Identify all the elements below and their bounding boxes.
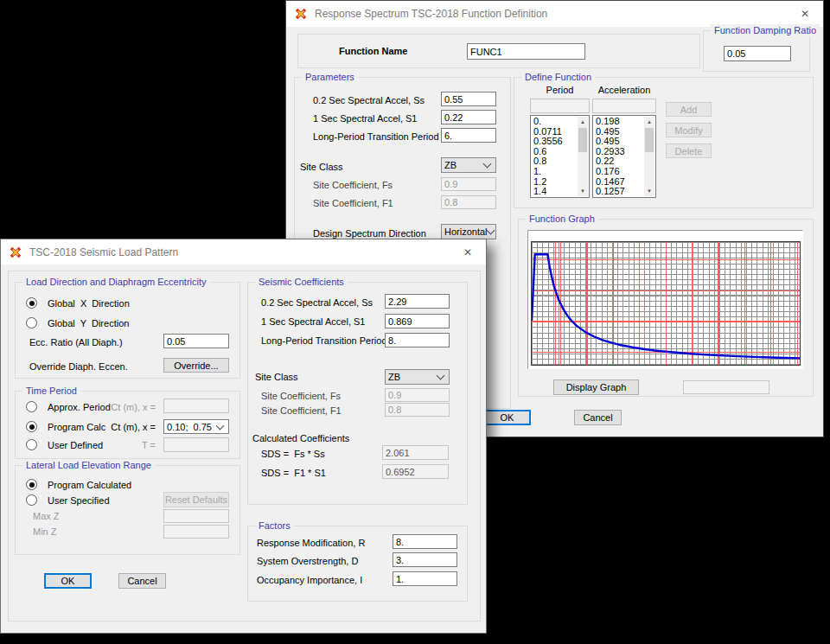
lateral-range-group-label: Lateral Load Elevation Range xyxy=(22,459,155,471)
fs-label: Site Coefficient, Fs xyxy=(261,391,341,402)
acceleration-edit xyxy=(592,99,656,113)
t-input xyxy=(163,437,229,452)
add-button: Add xyxy=(666,102,712,117)
min-z-label: Min Z xyxy=(33,526,57,538)
app-icon xyxy=(9,245,22,259)
response-modification-input[interactable] xyxy=(393,534,457,549)
define-function-group: Define Function Period Acceleration 0.0.… xyxy=(514,77,814,208)
system-overstrength-input[interactable] xyxy=(393,552,457,567)
list-item[interactable]: 0.1257 xyxy=(593,187,644,197)
tl-input[interactable] xyxy=(385,333,450,348)
factors-group: Factors Response Modification, R System … xyxy=(247,526,468,602)
ecc-ratio-input[interactable] xyxy=(163,334,229,348)
tl-input[interactable] xyxy=(441,128,496,143)
close-icon[interactable]: ✕ xyxy=(450,239,486,265)
period-list-items[interactable]: 0.0.07110.35560.60.81.1.21.4 xyxy=(531,117,578,197)
time-period-group: Time Period Approx. Period Ct (m), x = P… xyxy=(15,391,240,459)
seismic-coefficients-group-label: Seismic Coefficients xyxy=(255,276,348,288)
ss-input[interactable] xyxy=(385,294,450,309)
damping-group: Function Damping Ratio xyxy=(703,30,810,72)
fs-input xyxy=(441,177,496,191)
ok-button[interactable]: OK xyxy=(483,410,531,425)
global-y-radio[interactable] xyxy=(26,317,37,328)
ss-label: 0.2 Sec Spectral Accel, Ss xyxy=(313,95,425,106)
period-scrollbar[interactable] xyxy=(578,117,588,196)
damping-input[interactable] xyxy=(724,46,791,61)
seismic-load-pattern-dialog: TSC-2018 Seismic Load Pattern ✕ Load Dir… xyxy=(0,239,487,634)
scroll-thumb[interactable] xyxy=(578,128,587,152)
parameters-group-label: Parameters xyxy=(302,71,358,83)
scroll-down-icon[interactable] xyxy=(644,186,654,196)
system-overstrength-label: System Overstrength, D xyxy=(257,556,358,567)
window-title: TSC-2018 Seismic Load Pattern xyxy=(29,246,178,258)
list-item[interactable]: 1.4 xyxy=(531,187,578,197)
scroll-up-icon[interactable] xyxy=(644,117,654,127)
site-class-dropdown[interactable]: ZB xyxy=(385,369,450,385)
s1-label: 1 Sec Spectral Accel, S1 xyxy=(313,113,417,124)
occupancy-importance-label: Occupancy Importance, I xyxy=(257,575,362,586)
app-icon xyxy=(294,7,308,21)
direction-dropdown[interactable]: Horizontal xyxy=(441,224,496,239)
global-x-radio[interactable] xyxy=(26,297,37,309)
tl-label: Long-Period Transition Period xyxy=(261,335,387,347)
user-specified-radio[interactable] xyxy=(26,494,37,506)
sds-s1-label: SDS = F1 * S1 xyxy=(261,468,326,479)
user-defined-radio[interactable] xyxy=(26,439,37,450)
damping-group-label: Function Damping Ratio xyxy=(711,24,820,36)
list-item[interactable]: 0.198 xyxy=(593,117,644,127)
title-bar[interactable]: Response Spectrum TSC-2018 Function Defi… xyxy=(286,1,823,27)
modify-button: Modify xyxy=(666,123,712,137)
override-button[interactable]: Override... xyxy=(163,358,229,373)
response-modification-label: Response Modification, R xyxy=(257,538,365,549)
program-calc-radio[interactable] xyxy=(26,421,37,432)
acceleration-list-items[interactable]: 0.1980.4950.4950.29330.220.1760.14670.12… xyxy=(593,117,644,197)
title-bar[interactable]: TSC-2018 Seismic Load Pattern ✕ xyxy=(1,239,486,265)
f1-input xyxy=(385,403,450,417)
cancel-button[interactable]: Cancel xyxy=(118,573,166,589)
define-function-group-label: Define Function xyxy=(521,71,595,83)
scroll-down-icon[interactable] xyxy=(578,186,588,196)
program-ct-label: Ct (m), x = xyxy=(93,422,156,433)
function-name-input[interactable] xyxy=(467,43,585,60)
f1-label: Site Coefficient, F1 xyxy=(313,198,393,209)
list-item[interactable]: 0.176 xyxy=(593,167,644,177)
override-diaph-label: Override Diaph. Eccen. xyxy=(29,361,128,373)
site-class-dropdown[interactable]: ZB xyxy=(441,157,496,173)
load-direction-group-label: Load Direction and Diaphragm Eccentricit… xyxy=(22,276,210,288)
scroll-up-icon[interactable] xyxy=(578,117,588,127)
function-name-label: Function Name xyxy=(339,46,407,57)
occupancy-importance-input[interactable] xyxy=(393,571,457,586)
window-title: Response Spectrum TSC-2018 Function Defi… xyxy=(315,8,547,20)
reset-defaults-button: Reset Defaults xyxy=(163,492,229,507)
site-class-label: Site Class xyxy=(300,162,343,173)
period-header: Period xyxy=(530,85,590,96)
close-icon[interactable]: ✕ xyxy=(787,1,823,27)
period-list[interactable]: 0.0.07110.35560.60.81.1.21.4 xyxy=(530,115,590,198)
cancel-button[interactable]: Cancel xyxy=(574,410,622,425)
tl-label: Long-Period Transition Period xyxy=(313,131,439,143)
desktop: Response Spectrum TSC-2018 Function Defi… xyxy=(0,0,830,644)
list-item[interactable]: 1. xyxy=(531,167,578,177)
calculated-coefficients-label: Calculated Coefficients xyxy=(252,433,349,444)
factors-group-label: Factors xyxy=(255,520,294,532)
list-item[interactable]: 0. xyxy=(531,117,578,127)
fs-label: Site Coefficient, Fs xyxy=(313,180,393,191)
acceleration-scrollbar[interactable] xyxy=(644,117,654,196)
f1-label: Site Coefficient, F1 xyxy=(261,405,342,417)
min-z-input xyxy=(163,525,229,539)
s1-input[interactable] xyxy=(441,110,496,124)
program-ct-dropdown[interactable]: 0.10; 0.75 xyxy=(163,419,229,434)
ss-input[interactable] xyxy=(441,92,496,106)
acceleration-list[interactable]: 0.1980.4950.4950.29330.220.1760.14670.12… xyxy=(592,115,656,198)
ok-button[interactable]: OK xyxy=(44,573,92,589)
s1-input[interactable] xyxy=(385,314,450,328)
sds-ss-label: SDS = Fs * Ss xyxy=(261,449,325,460)
program-calculated-radio[interactable] xyxy=(26,479,37,490)
scroll-thumb[interactable] xyxy=(645,128,654,152)
graph-readout-field xyxy=(683,380,769,394)
approx-period-radio[interactable] xyxy=(26,401,37,412)
program-calculated-label: Program Calculated xyxy=(48,480,131,491)
max-z-label: Max Z xyxy=(33,511,60,522)
display-graph-button[interactable]: Display Graph xyxy=(553,379,639,395)
approx-ct-input xyxy=(163,399,229,413)
